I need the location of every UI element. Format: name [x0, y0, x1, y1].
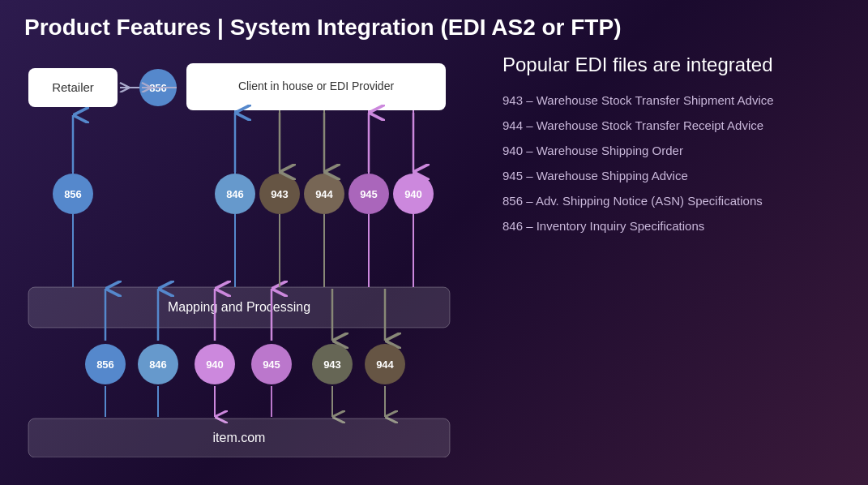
edi-items-list: 943 – Warehouse Stock Transfer Shipment … [502, 92, 844, 234]
edi-item-944: 944 – Warehouse Stock Transfer Receipt A… [502, 117, 844, 134]
popular-edi-title: Popular EDI files are integrated [502, 52, 844, 77]
edi-item-943: 943 – Warehouse Stock Transfer Shipment … [502, 92, 844, 109]
retailer-label: Retailer [52, 80, 94, 94]
page-title: Product Features | System Integration (E… [0, 0, 868, 52]
left-856-bubble: 856 [64, 188, 82, 200]
edi-item-846: 846 – Inventory Inquiry Specifications [502, 217, 844, 234]
top-846-bubble: 846 [226, 188, 244, 200]
top-944-bubble: 944 [315, 188, 333, 200]
bot-943-bubble: 943 [323, 358, 341, 371]
edi-item-945: 945 – Warehouse Shipping Advice [502, 167, 844, 184]
bot-945-bubble: 945 [263, 358, 280, 371]
right-panel: Popular EDI files are integrated 943 – W… [494, 52, 852, 461]
bot-944-bubble: 944 [376, 358, 394, 371]
item-box-label: item.com [213, 431, 266, 444]
bot-940-bubble: 940 [206, 358, 224, 371]
diagram-area: Retailer 856 Client in house or EDI Prov… [16, 52, 478, 461]
client-box-label: Client in house or EDI Provider [238, 79, 395, 92]
bot-856-bubble: 856 [96, 358, 114, 371]
edi-item-856: 856 – Adv. Shipping Notice (ASN) Specifi… [502, 192, 844, 209]
bot-846-bubble: 846 [149, 358, 167, 371]
top-940-bubble: 940 [404, 188, 422, 200]
top-945-bubble: 945 [360, 188, 378, 200]
mapping-box-label: Mapping and Processing [168, 300, 310, 314]
diagram-svg: Retailer 856 Client in house or EDI Prov… [16, 52, 478, 457]
edi-item-940: 940 – Warehouse Shipping Order [502, 142, 844, 159]
top-943-bubble: 943 [271, 188, 289, 200]
